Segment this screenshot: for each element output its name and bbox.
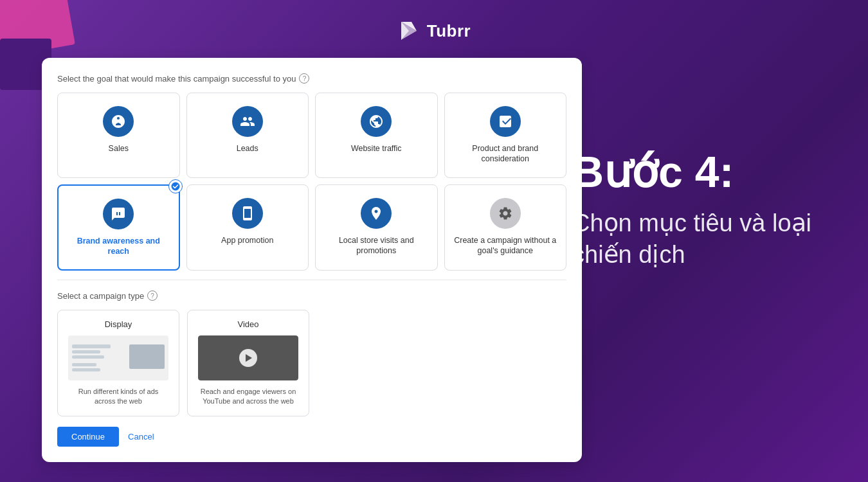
display-desc: Run different kinds of ads across the we…	[68, 387, 168, 407]
no-goal-label: Create a campaign without a goal's guida…	[453, 235, 559, 256]
goal-card-no-goal[interactable]: Create a campaign without a goal's guida…	[444, 184, 567, 271]
goal-card-sales[interactable]: Sales	[57, 93, 180, 178]
app-promotion-label: App promotion	[221, 235, 273, 245]
step-title: Bước 4:	[572, 148, 829, 196]
goal-label-text: Select the goal that would make this cam…	[57, 74, 296, 84]
leads-icon	[232, 106, 263, 137]
sales-label: Sales	[109, 143, 129, 154]
logo-text: Tubrr	[427, 21, 471, 41]
campaign-type-section: Select a campaign type ? Display	[57, 280, 566, 416]
campaign-type-help-icon[interactable]: ?	[147, 290, 158, 301]
goal-grid: Sales Leads Website traffic Product and …	[57, 93, 566, 271]
video-title: Video	[198, 319, 298, 329]
goal-card-brand-awareness[interactable]: Brand awareness and reach	[57, 184, 180, 271]
goal-card-brand-consideration[interactable]: Product and brand consideration	[444, 93, 567, 178]
selected-check	[168, 179, 183, 193]
goal-card-website-traffic[interactable]: Website traffic	[315, 93, 438, 178]
brand-consideration-label: Product and brand consideration	[453, 143, 559, 165]
svg-point-3	[171, 182, 179, 190]
goal-card-leads[interactable]: Leads	[186, 93, 309, 178]
step-description: Chọn mục tiêu và loại chiến dịch	[572, 208, 829, 271]
local-store-icon	[361, 198, 392, 229]
app-promotion-icon	[232, 198, 263, 229]
display-title: Display	[68, 319, 168, 329]
website-traffic-icon	[361, 106, 392, 137]
continue-button[interactable]: Continue	[57, 427, 119, 447]
campaign-grid: Display	[57, 310, 566, 416]
brand-awareness-icon	[103, 199, 134, 229]
footer-buttons: Continue Cancel	[57, 427, 566, 447]
no-goal-icon	[490, 198, 521, 229]
main-card: Select the goal that would make this cam…	[42, 58, 582, 462]
campaign-card-video[interactable]: Video Reach and engage viewers on YouTub…	[187, 310, 309, 416]
brand-awareness-label: Brand awareness and reach	[66, 236, 171, 257]
play-button-icon	[239, 349, 257, 367]
goal-card-local-store[interactable]: Local store visits and promotions	[315, 184, 438, 271]
video-desc: Reach and engage viewers on YouTube and …	[198, 387, 298, 407]
goal-help-icon[interactable]: ?	[299, 73, 309, 84]
brand-consideration-icon	[490, 106, 521, 137]
right-panel: Bước 4: Chọn mục tiêu và loại chiến dịch	[572, 148, 829, 271]
campaign-card-display[interactable]: Display	[57, 310, 179, 416]
website-traffic-label: Website traffic	[351, 143, 402, 154]
video-thumbnail	[198, 335, 298, 380]
display-thumbnail	[68, 335, 168, 380]
goal-card-app-promotion[interactable]: App promotion	[186, 184, 309, 271]
local-store-label: Local store visits and promotions	[323, 235, 429, 256]
header: Tubrr	[0, 19, 868, 42]
goal-section-label: Select the goal that would make this cam…	[57, 73, 566, 84]
logo-icon	[397, 19, 420, 42]
sales-icon	[103, 106, 134, 137]
cancel-button[interactable]: Cancel	[128, 432, 154, 442]
campaign-type-label: Select a campaign type ?	[57, 290, 566, 301]
campaign-type-label-text: Select a campaign type	[57, 291, 144, 301]
leads-label: Leads	[237, 143, 258, 154]
